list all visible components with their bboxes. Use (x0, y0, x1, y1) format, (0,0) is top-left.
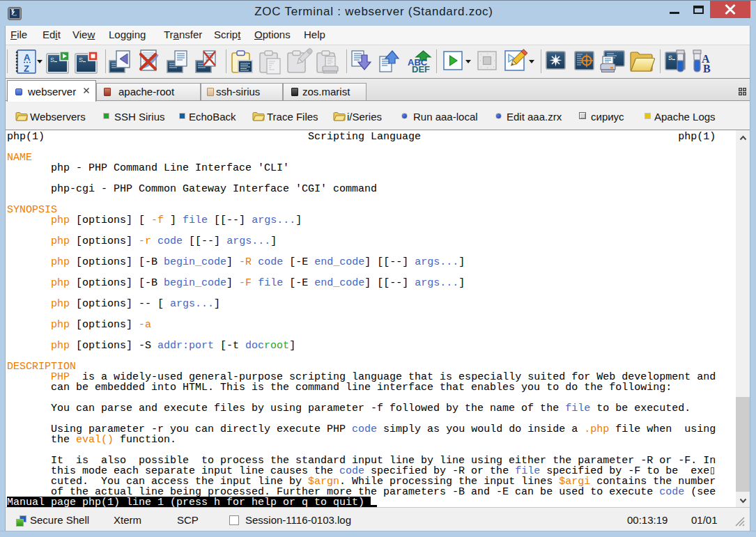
svg-text:S: S (50, 56, 54, 63)
svg-text:A: A (24, 52, 31, 63)
svg-text:DEF: DEF (412, 64, 430, 75)
svg-text:S: S (668, 54, 672, 61)
svg-text:B: B (703, 63, 711, 75)
svg-text:S: S (79, 56, 83, 63)
svg-text:Z: Z (24, 63, 29, 74)
